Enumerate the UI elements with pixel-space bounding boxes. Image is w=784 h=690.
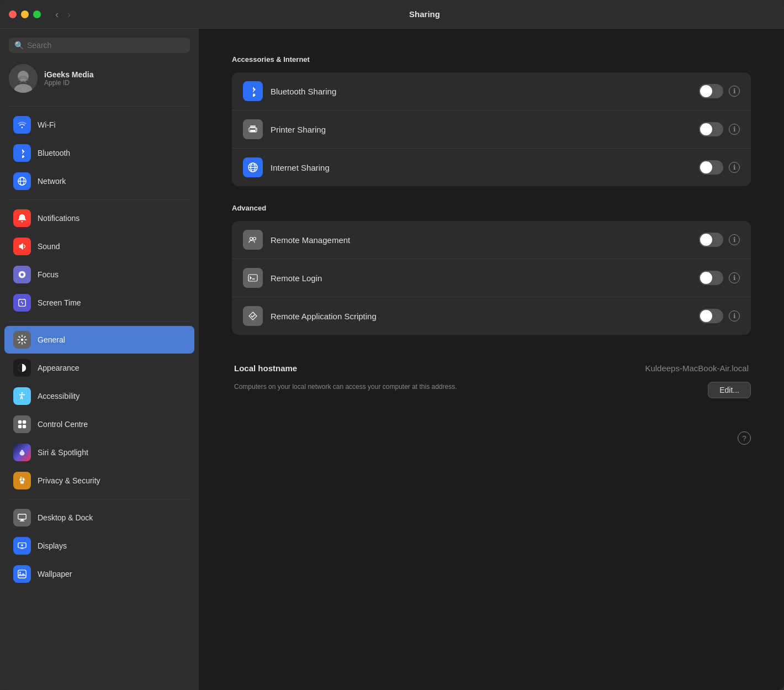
profile-info: iGeeks Media Apple ID xyxy=(44,70,94,87)
svg-rect-17 xyxy=(20,520,25,521)
printer-sharing-toggle[interactable] xyxy=(699,122,723,136)
help-button[interactable]: ? xyxy=(738,431,751,445)
internet-sharing-toggle[interactable] xyxy=(699,160,723,175)
forward-button[interactable]: › xyxy=(64,8,74,20)
sidebar-divider-3 xyxy=(9,321,190,322)
svg-rect-34 xyxy=(248,275,257,281)
hostname-value: Kuldeeps-MacBook-Air.local xyxy=(645,364,749,373)
svg-point-22 xyxy=(19,572,21,573)
notifications-icon xyxy=(13,209,31,227)
wifi-icon xyxy=(13,116,31,134)
profile-name: iGeeks Media xyxy=(44,70,94,79)
svg-point-19 xyxy=(21,544,23,546)
sidebar-label-network: Network xyxy=(38,177,66,186)
sidebar-item-screentime[interactable]: Screen Time xyxy=(4,289,194,317)
sound-icon xyxy=(13,238,31,255)
sidebar-item-focus[interactable]: Focus xyxy=(4,261,194,288)
sidebar-item-controlcentre[interactable]: Control Centre xyxy=(4,410,194,438)
close-button[interactable] xyxy=(9,10,17,18)
bluetooth-sharing-row: Bluetooth Sharing ℹ xyxy=(232,72,751,110)
bluetooth-sharing-toggle-container: ℹ xyxy=(699,84,740,98)
bluetooth-sharing-icon xyxy=(243,81,263,101)
svg-rect-25 xyxy=(250,125,256,128)
sidebar-item-appearance[interactable]: Appearance xyxy=(4,354,194,382)
remote-scripting-toggle[interactable] xyxy=(699,309,723,323)
printer-sharing-toggle-container: ℹ xyxy=(699,122,740,136)
section-advanced-title: Advanced xyxy=(232,204,751,212)
sidebar-item-accessibility[interactable]: Accessibility xyxy=(4,382,194,410)
svg-rect-11 xyxy=(23,420,26,424)
content-area: 🔍 xyxy=(0,29,784,690)
accessories-group: Bluetooth Sharing ℹ xyxy=(232,72,751,186)
titlebar: ‹ › Sharing xyxy=(0,0,784,29)
nav-buttons: ‹ › xyxy=(52,8,74,20)
sidebar-label-wifi: Wi-Fi xyxy=(38,120,56,129)
remote-scripting-info[interactable]: ℹ xyxy=(729,310,740,322)
maximize-button[interactable] xyxy=(33,10,41,18)
svg-rect-16 xyxy=(20,520,23,521)
main-content: Accessories & Internet Bluetooth Sharing… xyxy=(199,29,784,690)
sidebar-label-privacy: Privacy & Security xyxy=(38,476,100,485)
remote-management-info[interactable]: ℹ xyxy=(729,234,740,245)
search-box[interactable]: 🔍 xyxy=(9,38,190,53)
internet-sharing-info[interactable]: ℹ xyxy=(729,162,740,173)
svg-rect-14 xyxy=(21,450,23,451)
bluetooth-sharing-label: Bluetooth Sharing xyxy=(271,87,699,96)
sidebar-item-siri[interactable]: Siri & Spotlight xyxy=(4,439,194,466)
sidebar-item-network[interactable]: Network xyxy=(4,167,194,195)
remote-management-toggle[interactable] xyxy=(699,233,723,247)
remote-login-row: Remote Login ℹ xyxy=(232,259,751,297)
printer-sharing-row: Printer Sharing ℹ xyxy=(232,110,751,149)
remote-management-toggle-container: ℹ xyxy=(699,233,740,247)
sidebar-divider-2 xyxy=(9,199,190,200)
sidebar-item-displays[interactable]: Displays xyxy=(4,532,194,560)
sidebar-label-wallpaper: Wallpaper xyxy=(38,570,72,578)
sidebar-item-sound[interactable]: Sound xyxy=(4,233,194,260)
svg-rect-20 xyxy=(20,549,23,549)
remote-management-row: Remote Management ℹ xyxy=(232,221,751,259)
page-title: Sharing xyxy=(74,9,775,19)
back-button[interactable]: ‹ xyxy=(52,8,62,20)
sidebar-item-notifications[interactable]: Notifications xyxy=(4,204,194,232)
sidebar-item-desktop[interactable]: Desktop & Dock xyxy=(4,504,194,531)
internet-sharing-row: Internet Sharing ℹ xyxy=(232,149,751,186)
remote-login-info[interactable]: ℹ xyxy=(729,272,740,283)
svg-point-7 xyxy=(21,339,24,341)
printer-sharing-info[interactable]: ℹ xyxy=(729,124,740,135)
sidebar-label-bluetooth: Bluetooth xyxy=(38,149,70,157)
remote-scripting-row: Remote Application Scripting ℹ xyxy=(232,297,751,335)
remote-login-icon xyxy=(243,268,263,288)
sidebar-label-desktop: Desktop & Dock xyxy=(38,513,93,522)
sidebar-label-focus: Focus xyxy=(38,270,59,279)
svg-rect-6 xyxy=(19,299,26,307)
sidebar-item-privacy[interactable]: Privacy & Security xyxy=(4,467,194,494)
displays-icon xyxy=(13,537,31,555)
search-input[interactable] xyxy=(27,41,184,50)
network-icon xyxy=(13,172,31,190)
remote-scripting-icon xyxy=(243,306,263,326)
bluetooth-sharing-toggle[interactable] xyxy=(699,84,723,98)
sidebar-item-wifi[interactable]: Wi-Fi xyxy=(4,111,194,139)
sidebar-divider-4 xyxy=(9,499,190,499)
sidebar-label-screentime: Screen Time xyxy=(38,298,81,307)
wallpaper-icon xyxy=(13,565,31,583)
svg-rect-15 xyxy=(18,514,26,519)
accessibility-icon xyxy=(13,387,31,405)
sidebar-item-wallpaper[interactable]: Wallpaper xyxy=(4,560,194,588)
sidebar-item-bluetooth[interactable]: Bluetooth xyxy=(4,139,194,167)
profile-section[interactable]: iGeeks Media Apple ID xyxy=(0,60,199,102)
sidebar-label-notifications: Notifications xyxy=(38,214,80,223)
edit-button[interactable]: Edit... xyxy=(708,382,751,398)
profile-subtitle: Apple ID xyxy=(44,79,94,87)
minimize-button[interactable] xyxy=(21,10,29,18)
sidebar-label-sound: Sound xyxy=(38,242,60,251)
sidebar-label-displays: Displays xyxy=(38,541,67,550)
printer-sharing-label: Printer Sharing xyxy=(271,125,699,134)
sidebar-item-general[interactable]: General xyxy=(4,326,194,354)
sidebar-label-general: General xyxy=(38,335,65,344)
internet-sharing-toggle-container: ℹ xyxy=(699,160,740,175)
remote-login-toggle[interactable] xyxy=(699,271,723,285)
bluetooth-sharing-info[interactable]: ℹ xyxy=(729,86,740,97)
remote-login-label: Remote Login xyxy=(271,273,699,283)
advanced-group: Remote Management ℹ Remote Login xyxy=(232,221,751,335)
